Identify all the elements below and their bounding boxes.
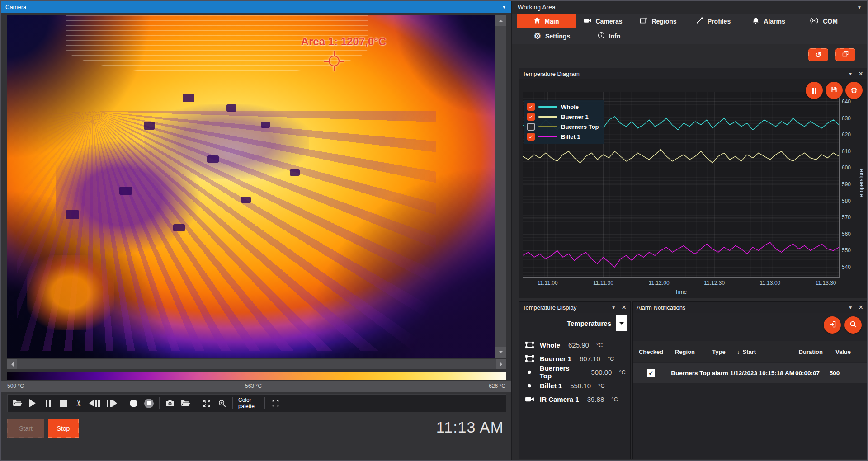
x-tick-label: 11:11:30 [593,280,613,286]
working-area-header[interactable]: Working Area ▼ [512,1,867,14]
chart-settings-button[interactable]: ⚙ [845,82,863,99]
cut-record-icon[interactable]: ✂ [72,398,85,408]
y-tick-label: 550 [842,247,851,254]
legend-item: Buerners Top [527,123,599,131]
y-tick-label: 590 [842,181,851,188]
column-region[interactable]: Region [669,348,701,355]
horizontal-scrollbar[interactable] [7,359,506,369]
legend-checkbox[interactable]: ✓ [527,103,535,111]
export-alarms-button[interactable] [824,316,841,334]
camera-toolbar: ✂ Color palette [7,394,506,412]
legend-checkbox[interactable]: ✓ [527,113,535,121]
play-icon[interactable] [28,397,38,409]
temperatures-dropdown-button[interactable] [616,315,627,331]
gear-icon: ⚙ [534,32,541,40]
tab-regions[interactable]: Regions [631,14,686,28]
temperature-rows: Whole625.90°CBuerner 1607.10°CBuerners T… [519,338,630,406]
open-folder-icon[interactable] [180,397,190,409]
chevron-down-icon[interactable]: ▼ [857,5,862,10]
y-tick-label: 600 [842,165,851,171]
camera-icon [524,395,535,403]
scale-mid-label: 563 °C [245,383,262,389]
tab-main[interactable]: Main [517,14,576,28]
thermal-palette-gradient [7,372,506,380]
alarm-bell-icon [752,17,760,26]
thermal-video-view[interactable]: Area 1: 1207,0°C [7,15,495,358]
temperature-row-name: Buerners Top [540,364,583,380]
cascade-windows-icon [842,50,849,59]
legend-line-swatch [538,116,557,118]
alarm-table-row[interactable]: ✓ Buerners Top alarm 1/12/2023 10:15:18 … [633,363,867,383]
temperature-row-value: 39.88 [587,395,604,403]
tab-info[interactable]: Info [587,28,631,43]
stop-icon[interactable] [58,397,68,409]
temperatures-selector-label: Temperatures [567,320,611,327]
fullscreen-icon[interactable] [270,397,280,409]
temperature-display-header[interactable]: Temperature Display ▼ ✕ [519,302,630,313]
scroll-up-button[interactable] [495,15,506,26]
y-tick-label: 640 [842,99,851,105]
close-icon[interactable]: ✕ [858,304,863,310]
alarm-duration-cell: 00:00:07 [793,370,821,376]
column-duration[interactable]: Duration [778,348,823,355]
close-icon[interactable]: ✕ [621,304,627,310]
open-file-icon[interactable] [12,397,22,409]
camera-panel: Camera ▼ Area 1: 1207,0°C [1,1,511,460]
chevron-down-icon[interactable]: ▼ [848,305,853,310]
alarm-checkbox-mark: ✓ [649,370,654,376]
record-stop-icon[interactable] [144,397,154,409]
x-tick-label: 11:13:00 [760,280,780,286]
column-type[interactable]: Type [701,348,737,355]
y-tick-label: 620 [842,132,851,138]
temperature-row: Buerners Top500.00°C [519,365,630,379]
tab-settings[interactable]: ⚙ Settings [527,28,577,43]
temperature-diagram-header[interactable]: Temperature Diagram ▼ ✕ [519,68,867,79]
export-icon [829,320,836,330]
legend-item: ✓Whole [527,103,599,111]
fit-to-window-icon[interactable] [202,397,212,409]
snapshot-icon[interactable] [165,397,175,409]
chevron-down-icon[interactable]: ▼ [848,71,853,76]
tab-profiles[interactable]: Profiles [686,14,741,28]
save-chart-button[interactable] [826,82,843,99]
temperature-row-name: Buerner 1 [540,355,571,362]
chevron-down-icon[interactable]: ▼ [611,305,616,310]
legend-checkbox[interactable]: ✓ [527,133,535,141]
column-start[interactable]: ↓Start [737,348,778,355]
search-alarms-button[interactable] [844,316,862,334]
tab-com[interactable]: COM [796,14,851,28]
tab-cameras[interactable]: Cameras [576,14,631,28]
temperature-display-title: Temperature Display [523,304,607,311]
vertical-scrollbar[interactable] [495,15,506,358]
x-tick-label: 11:13:30 [816,280,836,286]
camera-titlebar[interactable]: Camera ▼ [1,1,511,13]
color-palette-button[interactable]: Color palette [238,397,259,409]
column-checked[interactable]: Checked [633,348,669,355]
alarm-row-checkbox[interactable]: ✓ [647,369,655,377]
gear-icon: ⚙ [850,87,857,94]
alarm-table-header: Checked Region Type ↓Start Duration Valu… [633,341,867,362]
step-backward-icon[interactable] [89,397,100,409]
zoom-in-icon[interactable] [217,397,227,409]
record-icon[interactable] [128,397,138,409]
scroll-right-button[interactable] [496,359,506,369]
step-forward-icon[interactable] [106,397,117,409]
legend-label: Whole [561,103,579,110]
pause-icon[interactable] [43,397,53,409]
scroll-left-button[interactable] [7,359,17,369]
chart-y-axis-labels: 540550560570580590600610620630640 [842,92,859,277]
alarm-notifications-header[interactable]: Alarm Notifications ▼ ✕ [633,302,867,313]
legend-checkbox[interactable] [527,123,535,131]
cascade-windows-button[interactable] [835,48,855,61]
close-icon[interactable]: ✕ [858,71,863,77]
home-icon [533,17,541,25]
chevron-down-icon[interactable]: ▼ [502,5,506,9]
scroll-down-button[interactable] [495,347,506,358]
scale-min-label: 500 °C [7,383,24,389]
column-value[interactable]: Value [823,348,851,355]
pause-chart-button[interactable] [806,82,823,99]
stop-button[interactable]: Stop [48,419,79,438]
tab-alarms[interactable]: Alarms [741,14,796,28]
start-button[interactable]: Start [7,419,44,438]
restore-layout-button[interactable]: ↺ [808,48,828,61]
